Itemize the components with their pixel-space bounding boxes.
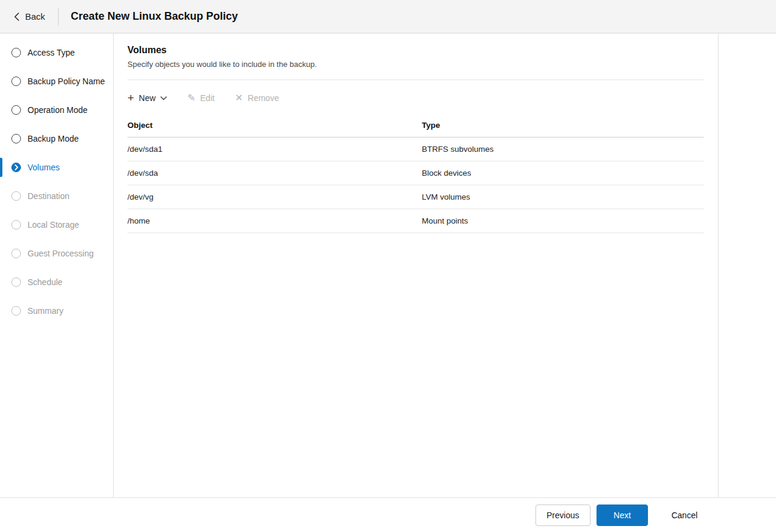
remove-button-label: Remove bbox=[248, 93, 279, 103]
table-row[interactable]: /dev/vg LVM volumes bbox=[127, 185, 704, 209]
edit-button[interactable]: ✎ Edit bbox=[187, 93, 215, 103]
back-button[interactable]: Back bbox=[0, 0, 58, 33]
sidebar-step-access-type[interactable]: Access Type bbox=[0, 38, 113, 67]
active-step-indicator bbox=[0, 158, 2, 177]
cell-type: Mount points bbox=[422, 216, 704, 225]
cancel-button[interactable]: Cancel bbox=[659, 505, 710, 526]
sidebar-step-schedule[interactable]: Schedule bbox=[0, 268, 113, 296]
cell-object: /home bbox=[127, 216, 422, 225]
sidebar-step-guest-processing[interactable]: Guest Processing bbox=[0, 239, 113, 268]
column-header-object[interactable]: Object bbox=[127, 121, 422, 130]
wizard-footer: Previous Next Cancel bbox=[0, 497, 776, 532]
sidebar-step-backup-policy-name[interactable]: Backup Policy Name bbox=[0, 67, 113, 96]
cell-type: Block devices bbox=[422, 169, 704, 178]
sidebar-step-summary[interactable]: Summary bbox=[0, 296, 113, 325]
table-row[interactable]: /dev/sda Block devices bbox=[127, 161, 704, 185]
step-label: Backup Policy Name bbox=[28, 77, 105, 86]
page-title: Create New Linux Backup Policy bbox=[59, 10, 238, 23]
wizard-body: Access Type Backup Policy Name Operation… bbox=[0, 33, 776, 497]
cell-type: BTRFS subvolumes bbox=[422, 145, 704, 154]
cell-type: LVM volumes bbox=[422, 192, 704, 201]
step-label: Guest Processing bbox=[28, 249, 94, 258]
new-button[interactable]: + New bbox=[127, 93, 167, 103]
pencil-icon: ✎ bbox=[187, 93, 195, 103]
step-circle-icon bbox=[11, 48, 21, 57]
step-label: Local Storage bbox=[28, 220, 79, 230]
step-label: Backup Mode bbox=[28, 134, 79, 143]
step-header: Volumes Specify objects you would like t… bbox=[114, 33, 718, 80]
step-circle-icon bbox=[11, 77, 21, 86]
next-button[interactable]: Next bbox=[597, 505, 648, 526]
step-circle-icon bbox=[11, 306, 21, 316]
step-circle-icon bbox=[11, 134, 21, 143]
step-label: Schedule bbox=[28, 277, 62, 287]
sidebar-step-volumes[interactable]: Volumes bbox=[0, 153, 113, 182]
sidebar-step-destination[interactable]: Destination bbox=[0, 182, 113, 210]
step-label: Access Type bbox=[28, 48, 75, 57]
volumes-table: Object Type /dev/sda1 BTRFS subvolumes /… bbox=[114, 114, 718, 233]
edit-button-label: Edit bbox=[200, 93, 215, 103]
x-icon: ✕ bbox=[235, 93, 243, 103]
cell-object: /dev/vg bbox=[127, 192, 422, 201]
chevron-down-icon bbox=[160, 96, 167, 100]
step-label: Destination bbox=[28, 191, 69, 201]
sidebar-step-backup-mode[interactable]: Backup Mode bbox=[0, 124, 113, 153]
table-row[interactable]: /dev/sda1 BTRFS subvolumes bbox=[127, 137, 704, 161]
step-label: Operation Mode bbox=[28, 105, 87, 115]
previous-button[interactable]: Previous bbox=[535, 505, 591, 526]
right-gutter bbox=[719, 33, 776, 497]
step-circle-icon bbox=[11, 249, 21, 258]
table-row[interactable]: /home Mount points bbox=[127, 209, 704, 233]
cell-object: /dev/sda1 bbox=[127, 145, 422, 154]
chevron-left-icon bbox=[14, 13, 19, 21]
remove-button[interactable]: ✕ Remove bbox=[235, 93, 279, 103]
back-label: Back bbox=[25, 11, 45, 22]
step-label: Summary bbox=[28, 306, 63, 316]
new-button-label: New bbox=[139, 93, 156, 103]
step-circle-icon bbox=[11, 105, 21, 115]
plus-icon: + bbox=[127, 94, 134, 102]
volumes-step-panel: Volumes Specify objects you would like t… bbox=[114, 33, 719, 497]
step-circle-icon bbox=[11, 220, 21, 230]
table-header-row: Object Type bbox=[127, 114, 704, 137]
step-label: Volumes bbox=[28, 163, 60, 172]
step-active-circle-icon bbox=[11, 163, 21, 172]
sidebar-step-local-storage[interactable]: Local Storage bbox=[0, 210, 113, 239]
top-bar: Back Create New Linux Backup Policy bbox=[0, 0, 776, 33]
step-title: Volumes bbox=[127, 45, 704, 56]
sidebar-step-operation-mode[interactable]: Operation Mode bbox=[0, 96, 113, 124]
cell-object: /dev/sda bbox=[127, 169, 422, 178]
wizard-steps-sidebar: Access Type Backup Policy Name Operation… bbox=[0, 33, 114, 497]
step-circle-icon bbox=[11, 191, 21, 201]
volumes-toolbar: + New ✎ Edit ✕ Remove bbox=[114, 80, 718, 114]
step-circle-icon bbox=[11, 277, 21, 287]
column-header-type[interactable]: Type bbox=[422, 121, 704, 130]
step-subtitle: Specify objects you would like to includ… bbox=[127, 60, 704, 69]
